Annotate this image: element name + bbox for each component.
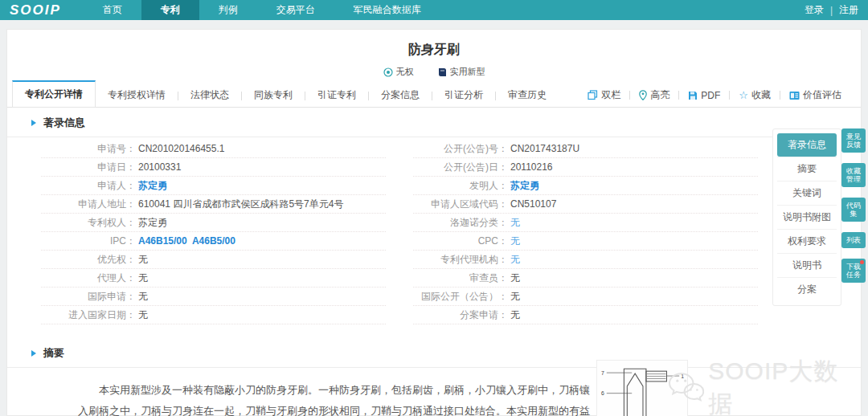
nav-item-home[interactable]: 首页 [84,0,141,20]
field-international-publication: 国际公开（公告）： 无 [413,288,758,306]
field-priority: 优先权： 无 [41,251,386,269]
tab-bar: 专利公开详情 专利授权详情 法律状态 同族专利 引证专利 分案信息 引证分析 审… [7,85,861,108]
section-arrow-icon [31,350,36,357]
tab-publication-details[interactable]: 专利公开详情 [12,80,96,108]
field-applicant: 申请人： 苏定勇 [41,177,386,195]
field-locarno-class: 洛迦诺分类： 无 [413,214,758,232]
field-patentee: 专利权人： 苏定勇 [41,214,386,232]
notification-dot [860,260,864,264]
content-panel: 防身牙刷 无权 实用新型 专利公开详情 专利授权详情 法律状态 同族专利 [6,29,862,416]
valuation-icon [789,91,800,100]
toolbar-divider [678,91,679,100]
download-tasks-button[interactable]: 下载任务 [841,259,866,283]
main-menu: 首页 专利 判例 交易平台 军民融合数据库 [84,0,440,20]
field-cpc: CPC： 无 [413,232,758,251]
patent-drawing: 7 1 6 2 5 4 [597,361,687,416]
tab-cited-patents[interactable]: 引证专利 [305,83,368,107]
sooip-logo[interactable]: SOOIP [10,2,61,18]
nav-item-trade-platform[interactable]: 交易平台 [257,0,334,20]
anchor-item-claims[interactable]: 权利要求 [777,229,837,253]
tab-patent-family[interactable]: 同族专利 [242,83,305,107]
nav-item-military-civil-db[interactable]: 军民融合数据库 [334,0,440,20]
biblio-section-title: 著录信息 [43,116,85,130]
valuation-button[interactable]: 价值评估 [789,88,841,102]
anchor-nav: 著录信息 摘要 关键词 说明书附图 权利要求 说明书 分案 [772,128,841,306]
nav-item-cases[interactable]: 判例 [199,0,257,20]
download-tasks-label: 下载任务 [846,263,861,279]
patent-type-badge-label: 实用新型 [450,66,485,78]
field-applicant-region-code: 申请人区域代码： CN510107 [413,195,758,214]
toolbar-divider [729,91,730,100]
figure-label: 1 [681,373,684,379]
login-link[interactable]: 登录 [805,3,824,17]
pdf-button[interactable]: PDF [688,90,720,101]
anchor-item-drawings[interactable]: 说明书附图 [777,205,837,229]
tab-legal-status[interactable]: 法律状态 [178,83,241,107]
register-link[interactable]: 注册 [839,3,858,17]
field-patent-agency: 专利代理机构： 无 [413,251,758,269]
edge-button-stack: 意见反馈 收藏管理 代码集 列表 下载任务 [841,128,866,283]
top-nav: SOOIP 首页 专利 判例 交易平台 军民融合数据库 登录 | 注册 [0,0,868,20]
rights-status-icon [383,67,393,77]
tab-divisional-info[interactable]: 分案信息 [369,83,432,107]
biblio-section: 著录信息 申请号： CN201020146455.1 申请日： 20100331… [7,108,861,328]
dual-column-icon [588,90,598,100]
code-set-button[interactable]: 代码集 [841,198,866,222]
field-application-date: 申请日： 20100331 [41,158,386,177]
favorite-button[interactable]: ☆ 收藏 [739,88,771,102]
field-national-entry-date: 进入国家日期： 无 [41,306,386,324]
toolbar: 双栏 高亮 PDF ☆ 收藏 [588,88,856,107]
field-application-number: 申请号： CN201020146455.1 [41,140,386,158]
tab-examination-history[interactable]: 审查历史 [496,83,559,107]
toolbar-divider [780,91,780,100]
abstract-section-header[interactable]: 摘要 [7,338,861,368]
figure-label: 7 [601,370,604,376]
tab-citation-analysis[interactable]: 引证分析 [432,83,495,107]
anchor-item-abstract[interactable]: 摘要 [777,157,837,181]
favorite-label: 收藏 [751,88,771,102]
auth-links: 登录 | 注册 [805,3,858,17]
field-publication-number: 公开(公告)号： CN201743187U [413,140,758,158]
auth-divider: | [830,5,833,16]
section-arrow-icon [31,120,36,126]
biblio-fields: 申请号： CN201020146455.1 申请日： 20100331 申请人：… [7,137,861,328]
nav-item-patent[interactable]: 专利 [141,0,199,20]
status-badge-label: 无权 [396,66,414,78]
inventor-link[interactable]: 苏定勇 [510,181,539,191]
dual-column-button[interactable]: 双栏 [588,88,620,102]
field-ipc: IPC： A46B15/00 A46B5/00 [41,232,386,251]
highlight-pin-icon [639,90,647,100]
field-divisional-application: 分案申请： 无 [413,306,758,324]
status-badge: 无权 [383,66,414,78]
highlight-label: 高亮 [650,88,669,102]
dual-column-label: 双栏 [601,88,620,102]
utility-model-icon [438,67,447,77]
anchor-item-biblio[interactable]: 著录信息 [777,133,837,157]
pdf-save-icon [688,91,698,100]
patent-figure[interactable]: 7 1 6 2 5 4 [596,360,688,416]
anchor-item-divisional[interactable]: 分案 [777,277,837,301]
field-publication-date: 公开(公告)日： 20110216 [413,158,758,177]
figure-label: 6 [601,390,604,396]
valuation-label: 价值评估 [803,88,841,102]
favorites-manage-button[interactable]: 收藏管理 [841,163,866,187]
applicant-link[interactable]: 苏定勇 [138,181,167,191]
abstract-section-title: 摘要 [43,346,64,361]
toolbar-divider [629,91,630,100]
ipc-links[interactable]: A46B15/00 A46B5/00 [138,236,235,247]
field-examiner: 审查员： 无 [413,269,758,288]
biblio-left-column: 申请号： CN201020146455.1 申请日： 20100331 申请人：… [41,140,386,324]
highlight-button[interactable]: 高亮 [639,88,669,102]
field-applicant-address: 申请人地址： 610041 四川省成都市武侯区成科路5号7单元4号 [41,195,386,214]
tab-grant-details[interactable]: 专利授权详情 [96,83,178,107]
anchor-item-description[interactable]: 说明书 [777,253,837,277]
feedback-button[interactable]: 意见反馈 [841,128,866,153]
star-icon: ☆ [739,92,748,100]
field-agent: 代理人： 无 [41,269,386,288]
anchor-item-keywords[interactable]: 关键词 [777,181,837,205]
list-button[interactable]: 列表 [841,232,866,248]
field-international-application: 国际申请： 无 [41,288,386,306]
biblio-section-header[interactable]: 著录信息 [7,108,861,137]
pdf-label: PDF [701,90,720,101]
badge-row: 无权 实用新型 [7,66,861,78]
